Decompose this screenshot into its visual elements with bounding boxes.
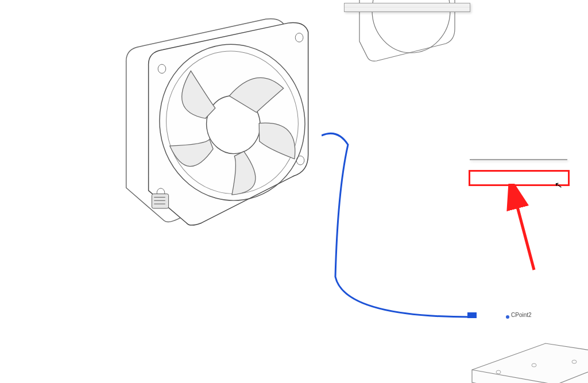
svg-text:CPoint2: CPoint2 — [511, 312, 532, 318]
svg-point-17 — [506, 315, 509, 319]
covering-submenu — [470, 159, 567, 160]
context-toolbar-2 — [345, 7, 470, 11]
context-toolbar-1 — [345, 3, 470, 7]
fan-model-front — [121, 17, 322, 235]
context-menu — [344, 3, 470, 12]
model-viewport[interactable]: CPoint2 — [0, 0, 588, 383]
svg-rect-7 — [152, 194, 168, 208]
enclosure-model: CPoint2 — [471, 303, 588, 383]
